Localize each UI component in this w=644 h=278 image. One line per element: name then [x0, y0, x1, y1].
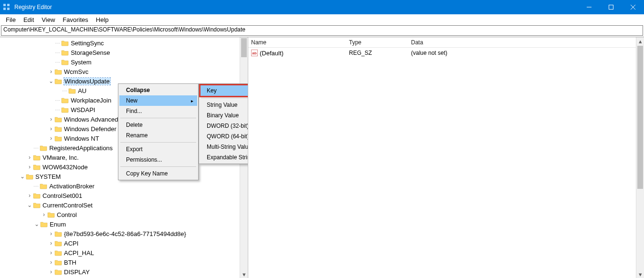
folder-icon	[61, 40, 69, 46]
folder-icon	[61, 59, 69, 65]
tree-label: StorageSense	[71, 49, 110, 56]
ctx-new-dword[interactable]: DWORD (32-bit) Value	[200, 121, 248, 131]
ctx-new-binary[interactable]: Binary Value	[200, 110, 248, 121]
expand-icon[interactable]	[48, 69, 54, 74]
tree-item[interactable]: Enum	[0, 219, 248, 229]
ctx-new-expandable[interactable]: Expandable String Value	[200, 152, 248, 163]
scroll-thumb[interactable]	[241, 38, 247, 57]
ctx-collapse[interactable]: Collapse	[119, 85, 197, 95]
folder-icon	[54, 135, 62, 142]
maximize-button[interactable]	[600, 0, 622, 14]
scroll-up-icon[interactable]: ▴	[636, 37, 644, 45]
folder-icon	[33, 154, 41, 161]
scroll-down-icon[interactable]: ▾	[240, 270, 248, 278]
ctx-export[interactable]: Export	[119, 144, 197, 154]
col-data[interactable]: Data	[408, 39, 644, 46]
tree-item[interactable]: Control	[0, 210, 248, 219]
tree-item[interactable]: BTH	[0, 257, 248, 267]
tree-guide: ····	[55, 60, 61, 65]
tree-item[interactable]: ····SettingSync	[0, 38, 248, 48]
tree-label: CurrentControlSet	[42, 202, 93, 209]
list-scrollbar[interactable]: ▴ ▾	[636, 37, 644, 278]
tree-guide: ····	[55, 41, 61, 46]
tree-guide: ····	[33, 145, 40, 151]
folder-icon	[26, 173, 33, 180]
expand-icon[interactable]	[48, 231, 54, 237]
tree-guide: ····	[55, 107, 61, 113]
ctx-new[interactable]: New	[119, 95, 197, 106]
close-button[interactable]	[622, 0, 644, 14]
folder-icon	[54, 268, 62, 275]
col-type[interactable]: Type	[346, 39, 408, 46]
folder-icon	[40, 221, 48, 227]
tree-item[interactable]: ····System	[0, 57, 248, 67]
menu-favorites[interactable]: Favorites	[59, 15, 92, 24]
expand-icon[interactable]	[48, 78, 54, 84]
expand-icon[interactable]	[48, 269, 54, 275]
folder-icon	[61, 49, 69, 56]
tree-item[interactable]: ····ActivationBroker	[0, 181, 248, 191]
window-title: Registry Editor	[14, 4, 578, 10]
expand-icon[interactable]	[48, 126, 54, 132]
tree-item[interactable]: DISPLAY	[0, 267, 248, 277]
minimize-button[interactable]	[578, 0, 600, 14]
expand-icon[interactable]	[48, 135, 54, 141]
value-row[interactable]: ab(Default) REG_SZ (value not set)	[248, 48, 644, 58]
menu-edit[interactable]: Edit	[20, 15, 38, 24]
folder-icon	[54, 259, 62, 266]
ctx-copy-key-name[interactable]: Copy Key Name	[119, 168, 197, 179]
folder-icon	[54, 249, 62, 256]
menu-view[interactable]: View	[38, 15, 59, 24]
ctx-new-key[interactable]: Key	[200, 85, 248, 96]
menu-file[interactable]: File	[2, 15, 20, 24]
ctx-delete[interactable]: Delete	[119, 120, 197, 130]
folder-icon	[33, 202, 41, 208]
expand-icon[interactable]	[26, 164, 33, 170]
folder-icon	[40, 144, 47, 151]
tree-item[interactable]: ControlSet001	[0, 191, 248, 200]
tree-item[interactable]: WcmSvc	[0, 67, 248, 76]
folder-icon	[54, 78, 62, 84]
svg-rect-2	[3, 8, 6, 10]
ctx-new-multistring[interactable]: Multi-String Value	[200, 142, 248, 152]
ctx-separator	[201, 98, 248, 98]
tree-label: RegisteredApplications	[49, 144, 113, 152]
tree-item[interactable]: {8e7bd593-6e6c-4c52-86a6-77175494dd8e}	[0, 229, 248, 238]
ctx-rename[interactable]: Rename	[119, 130, 197, 141]
tree-item[interactable]: ACPI_HAL	[0, 248, 248, 257]
scroll-down-icon[interactable]: ▾	[636, 270, 644, 278]
tree-label: WcmSvc	[64, 68, 88, 75]
expand-icon[interactable]	[48, 240, 54, 246]
expand-icon[interactable]	[26, 193, 33, 198]
expand-icon[interactable]	[41, 212, 47, 217]
tree-pane[interactable]: ····SettingSync····StorageSense····Syste…	[0, 37, 248, 278]
tree-label: Windows Defender	[64, 125, 116, 133]
col-name[interactable]: Name	[248, 39, 346, 46]
folder-icon	[61, 97, 69, 103]
menu-bar: File Edit View Favorites Help	[0, 14, 644, 25]
address-bar[interactable]: Computer\HKEY_LOCAL_MACHINE\SOFTWARE\Pol…	[1, 25, 643, 36]
tree-item[interactable]: CurrentControlSet	[0, 200, 248, 210]
expand-icon[interactable]	[26, 202, 33, 208]
menu-help[interactable]: Help	[92, 15, 113, 24]
scroll-thumb[interactable]	[637, 46, 643, 189]
tree-label: DISPLAY	[64, 268, 90, 276]
ctx-find[interactable]: Find...	[119, 106, 197, 116]
folder-icon	[47, 211, 55, 218]
expand-icon[interactable]	[48, 250, 54, 256]
list-pane[interactable]: Name Type Data ab(Default) REG_SZ (value…	[248, 37, 644, 278]
value-type: REG_SZ	[346, 50, 408, 56]
expand-icon[interactable]	[48, 259, 54, 265]
tree-guide: ····	[62, 88, 68, 93]
expand-icon[interactable]	[26, 154, 33, 160]
tree-item[interactable]: ACPI	[0, 238, 248, 248]
folder-icon	[54, 240, 62, 247]
tree-item[interactable]: ····StorageSense	[0, 48, 248, 57]
folder-icon	[54, 125, 62, 132]
expand-icon[interactable]	[48, 116, 54, 122]
ctx-new-string[interactable]: String Value	[200, 100, 248, 110]
ctx-permissions[interactable]: Permissions...	[119, 154, 197, 165]
ctx-new-qword[interactable]: QWORD (64-bit) Value	[200, 131, 248, 142]
expand-icon[interactable]	[19, 174, 26, 179]
expand-icon[interactable]	[33, 221, 40, 227]
